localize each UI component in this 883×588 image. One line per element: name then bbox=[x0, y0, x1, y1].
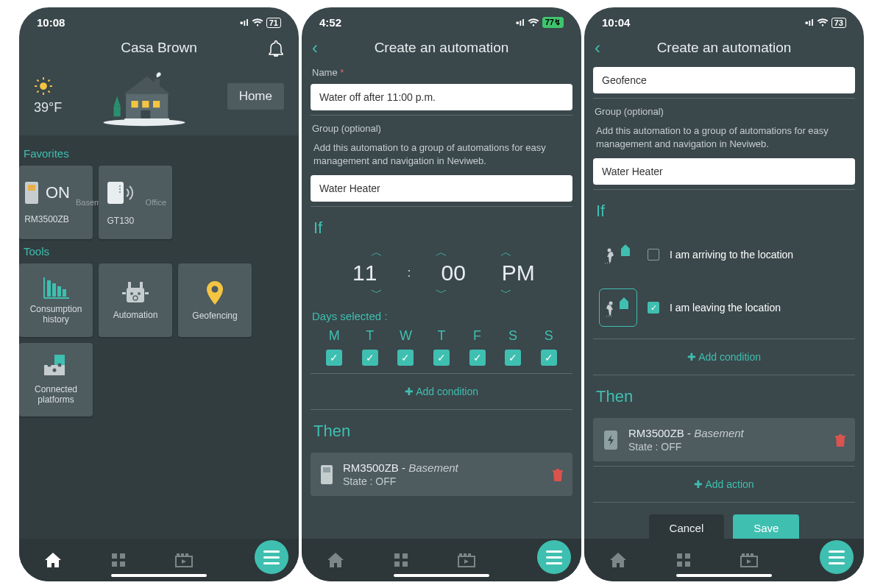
svg-rect-47 bbox=[112, 553, 117, 559]
days-label: Days selected : bbox=[311, 307, 572, 325]
svg-rect-63 bbox=[459, 553, 462, 556]
home-indicator bbox=[676, 574, 772, 577]
svg-point-25 bbox=[119, 191, 121, 193]
home-screen: 10:08 •ıl 71 Casa Brown 39°F bbox=[19, 7, 299, 581]
tab-home-icon[interactable] bbox=[326, 551, 345, 569]
svg-marker-66 bbox=[464, 559, 469, 564]
svg-line-7 bbox=[37, 91, 38, 93]
day-checkbox[interactable]: ✓ bbox=[362, 350, 378, 366]
tab-scenes-icon[interactable] bbox=[457, 552, 476, 568]
day-checkbox[interactable]: ✓ bbox=[505, 350, 521, 366]
day-checkbox[interactable]: ✓ bbox=[469, 350, 486, 366]
svg-rect-71 bbox=[685, 553, 690, 559]
sun-icon bbox=[34, 77, 53, 96]
geofence-arrive-row[interactable]: I am arriving to the location bbox=[593, 228, 855, 281]
back-icon[interactable]: ‹ bbox=[312, 38, 318, 58]
tab-grid-icon[interactable] bbox=[675, 552, 692, 568]
bell-icon[interactable] bbox=[268, 39, 284, 57]
svg-point-68 bbox=[609, 302, 613, 305]
add-condition-link[interactable]: ✚ Add condition bbox=[593, 344, 855, 370]
tool-connected-platforms[interactable]: Connected platforms bbox=[19, 343, 93, 417]
battery-icon: 77↯ bbox=[542, 17, 564, 28]
svg-point-67 bbox=[608, 249, 611, 252]
save-button[interactable]: Save bbox=[733, 514, 799, 539]
svg-rect-58 bbox=[394, 553, 400, 559]
svg-rect-54 bbox=[185, 553, 188, 556]
tab-home-icon[interactable] bbox=[43, 551, 63, 569]
trash-icon[interactable] bbox=[552, 468, 564, 481]
arrive-icon bbox=[599, 235, 637, 274]
day-checkbox[interactable]: ✓ bbox=[326, 350, 342, 366]
svg-line-6 bbox=[49, 91, 50, 93]
arrive-label: I am arriving to the location bbox=[670, 249, 793, 261]
group-input[interactable]: Water Heater bbox=[311, 175, 572, 202]
home-title: Casa Brown bbox=[121, 40, 197, 56]
svg-rect-33 bbox=[128, 282, 131, 288]
arrive-checkbox[interactable] bbox=[648, 249, 659, 261]
day-checkbox[interactable]: ✓ bbox=[541, 350, 557, 366]
svg-rect-50 bbox=[120, 562, 125, 567]
clock: 10:04 bbox=[602, 16, 630, 29]
add-condition-link[interactable]: ✚ Add condition bbox=[311, 378, 572, 405]
day-checkbox[interactable]: ✓ bbox=[433, 350, 450, 366]
tab-grid-icon[interactable] bbox=[110, 552, 127, 568]
svg-rect-19 bbox=[125, 118, 170, 123]
status-bar: 4:52 •ıl77↯ bbox=[302, 7, 581, 32]
svg-rect-72 bbox=[677, 562, 682, 567]
action-row[interactable]: RM3500ZB - BasementState : OFF bbox=[593, 418, 855, 461]
menu-fab[interactable] bbox=[820, 540, 854, 574]
page-title: Create an automation bbox=[657, 40, 792, 56]
svg-rect-60 bbox=[394, 562, 400, 567]
trash-icon[interactable] bbox=[834, 433, 846, 447]
tab-grid-icon[interactable] bbox=[393, 552, 409, 568]
svg-rect-70 bbox=[677, 553, 682, 559]
svg-rect-14 bbox=[155, 79, 160, 90]
favorite-device-rm3500zb[interactable]: ON RM3500ZB Basement bbox=[19, 166, 93, 239]
menu-fab[interactable] bbox=[255, 540, 288, 574]
favorite-device-gt130[interactable]: GT130 Office bbox=[99, 166, 172, 239]
battery-icon: 73 bbox=[831, 18, 846, 28]
group-hint: Add this automation to a group of automa… bbox=[593, 120, 855, 155]
name-input[interactable]: Geofence bbox=[593, 67, 855, 93]
signal-icon: •ıl bbox=[240, 17, 249, 28]
action-row[interactable]: RM3500ZB - BasementState : OFF bbox=[311, 453, 572, 496]
name-label: Name bbox=[312, 67, 338, 78]
geofence-leave-row[interactable]: ✓ I am leaving the location bbox=[593, 281, 855, 334]
tool-geofencing[interactable]: Geofencing bbox=[178, 263, 252, 337]
svg-rect-39 bbox=[145, 292, 149, 294]
tab-home-icon[interactable] bbox=[609, 551, 628, 569]
chevron-down-icon[interactable]: ﹀ bbox=[484, 286, 528, 301]
tab-scenes-icon[interactable] bbox=[174, 552, 194, 568]
svg-rect-73 bbox=[685, 562, 690, 567]
chevron-down-icon[interactable]: ﹀ bbox=[355, 286, 399, 301]
time-picker[interactable]: 11: 00 PM bbox=[311, 261, 572, 286]
chevron-up-icon[interactable]: ︿ bbox=[355, 245, 399, 261]
automation-time-screen: 4:52 •ıl77↯ ‹ Create an automation Name … bbox=[302, 7, 581, 581]
tool-automation[interactable]: Automation bbox=[99, 263, 172, 337]
group-input[interactable]: Water Heater bbox=[593, 158, 855, 185]
chevron-up-icon[interactable]: ︿ bbox=[484, 245, 528, 261]
tab-scenes-icon[interactable] bbox=[740, 552, 759, 568]
battery-icon: 71 bbox=[266, 18, 281, 28]
tool-consumption[interactable]: Consumption history bbox=[19, 263, 93, 337]
chevron-up-icon[interactable]: ︿ bbox=[419, 245, 464, 261]
home-mode-button[interactable]: Home bbox=[227, 83, 284, 110]
required-icon: * bbox=[340, 67, 344, 78]
temperature: 39°F bbox=[34, 100, 62, 116]
wifi-icon bbox=[817, 18, 829, 27]
svg-point-36 bbox=[138, 292, 141, 295]
day-checkbox[interactable]: ✓ bbox=[397, 350, 414, 366]
svg-point-23 bbox=[119, 185, 121, 187]
svg-rect-61 bbox=[403, 562, 408, 567]
chevron-down-icon[interactable]: ﹀ bbox=[419, 286, 464, 301]
add-action-link[interactable]: ✚ Add action bbox=[593, 471, 855, 497]
signal-icon: •ıl bbox=[805, 17, 814, 28]
menu-fab[interactable] bbox=[537, 540, 571, 574]
svg-point-45 bbox=[58, 363, 62, 366]
name-input[interactable]: Water off after 11:00 p.m. bbox=[311, 84, 572, 110]
back-icon[interactable]: ‹ bbox=[595, 38, 600, 58]
svg-rect-59 bbox=[403, 553, 408, 559]
cancel-button[interactable]: Cancel bbox=[649, 514, 725, 539]
leave-checkbox[interactable]: ✓ bbox=[648, 302, 659, 314]
svg-rect-22 bbox=[107, 182, 124, 204]
